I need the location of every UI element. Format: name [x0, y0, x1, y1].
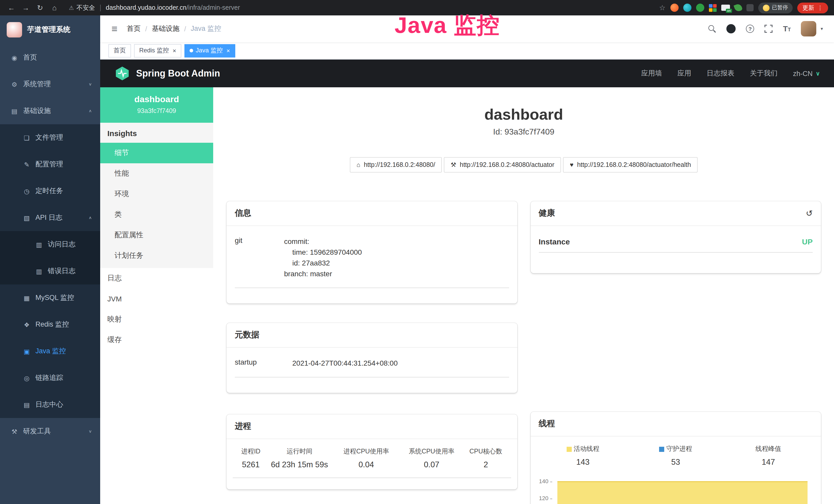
tab-redis-monitor[interactable]: Redis 监控 × [134, 44, 181, 57]
extension-leaf-icon[interactable] [733, 3, 743, 12]
sba-menu-scheduled-tasks[interactable]: 计划任务 [100, 246, 213, 266]
sidebar-item-home[interactable]: ◉ 首页 [0, 44, 100, 71]
sba-menu-caches[interactable]: 缓存 [100, 330, 213, 350]
address-bar[interactable]: ⚠ 不安全 dashboard.yudao.iocoder.cn/infra/a… [69, 3, 240, 12]
sba-menu-details[interactable]: 细节 [100, 143, 213, 163]
app-logo-row[interactable]: 芋道管理系统 [0, 16, 100, 44]
reload-icon[interactable]: ↻ [35, 4, 45, 12]
sidebar-item-label: 研发工具 [23, 427, 51, 436]
sba-nav-applications[interactable]: 应用 [677, 69, 691, 78]
value-line: branch: master [284, 269, 362, 279]
profile-paused-badge[interactable]: 已暂停 [758, 2, 793, 13]
history-icon[interactable]: ↺ [806, 208, 813, 218]
sidebar-item-access-logs[interactable]: ▥ 访问日志 [0, 231, 100, 258]
instance-name: dashboard [105, 94, 208, 105]
sidebar-item-java-monitor[interactable]: ▣ Java 监控 [0, 338, 100, 365]
info-card: 信息 git commit: time: 1596289704000 id: 2 [226, 201, 517, 303]
legend-swatch-blue [659, 446, 664, 452]
threads-chart: 140 120 100 [536, 477, 815, 504]
locale-selector[interactable]: zh-CN ∨ [793, 70, 820, 77]
sba-menu-metrics[interactable]: 性能 [100, 163, 213, 184]
cell-value: 5261 [233, 458, 269, 469]
extension-grid-icon[interactable] [709, 4, 716, 12]
locale-label: zh-CN [793, 70, 813, 77]
extension-fox-icon[interactable] [670, 4, 678, 12]
home-icon[interactable]: ⌂ [49, 4, 60, 12]
update-button[interactable]: 更新 ⋮ [797, 2, 828, 13]
sba-nav-wallboard[interactable]: 应用墙 [641, 69, 662, 78]
sidebar-item-label: 链路追踪 [36, 373, 63, 383]
security-label: 不安全 [76, 3, 95, 12]
breadcrumb-infrastructure[interactable]: 基础设施 [152, 24, 179, 33]
tab-java-monitor[interactable]: Java 监控 × [184, 44, 235, 57]
instance-homepage-link[interactable]: ⌂ http://192.168.0.2:48080/ [350, 157, 442, 173]
sba-menu-logging[interactable]: 日志 [100, 268, 213, 289]
sidebar-item-infrastructure[interactable]: ▤ 基础设施 ∧ [0, 97, 100, 124]
github-icon[interactable] [726, 24, 736, 33]
breadcrumb-home[interactable]: 首页 [127, 24, 140, 33]
cell-value: 6d 23h 15m 59s [269, 458, 330, 469]
sba-menu-classes[interactable]: 类 [100, 204, 213, 225]
profile-avatar-icon [763, 4, 769, 11]
sba-nav-journal[interactable]: 日志报表 [707, 69, 734, 78]
info-card-header: 信息 [226, 201, 517, 226]
sidebar-item-api-logs[interactable]: ▧ API 日志 ∧ [0, 204, 100, 231]
sba-menu-environment[interactable]: 环境 [100, 184, 213, 204]
sidebar-item-file-management[interactable]: ❏ 文件管理 [0, 124, 100, 151]
sba-brand-title[interactable]: Spring Boot Admin [136, 68, 220, 79]
sba-menu-configprops[interactable]: 配置属性 [100, 225, 213, 246]
url-text[interactable]: dashboard.yudao.iocoder.cn/infra/admin-s… [106, 4, 240, 11]
card-title: 线程 [539, 418, 555, 429]
search-icon[interactable] [708, 25, 716, 32]
table-row[interactable]: Instance UP [539, 237, 813, 253]
chevron-down-icon: ∨ [89, 82, 92, 87]
browser-menu-icon[interactable]: ⋮ [817, 4, 823, 11]
sidebar-item-label: MySQL 监控 [36, 293, 74, 302]
grid-square [713, 8, 716, 12]
bookmark-star-icon[interactable]: ☆ [659, 4, 665, 12]
health-link[interactable]: ♥ http://192.168.0.2:48080/actuator/heal… [563, 157, 698, 173]
user-avatar[interactable] [801, 21, 816, 37]
cell-value: 2 [461, 458, 511, 469]
sba-nav-about[interactable]: 关于我们 [750, 69, 777, 78]
sidebar-item-scheduled-jobs[interactable]: ◷ 定时任务 [0, 178, 100, 204]
forward-icon[interactable]: → [21, 4, 31, 12]
tab-home[interactable]: 首页 [108, 44, 131, 57]
legend-label: 活动线程 [574, 445, 599, 453]
grid-square [709, 4, 712, 7]
font-size-icon[interactable]: TT [783, 24, 791, 33]
close-icon[interactable]: × [173, 47, 176, 54]
page-title: dashboard [226, 106, 821, 123]
instance-header[interactable]: dashboard 93a3fc7f7409 [100, 87, 213, 123]
sidebar-item-dev-tools[interactable]: ⚒ 研发工具 ∨ [0, 418, 100, 445]
extension-pin-icon[interactable] [746, 4, 753, 11]
link-url: http://192.168.0.2:48080/actuator [460, 161, 554, 168]
redis-icon: ❖ [23, 321, 31, 328]
collapse-sidebar-icon[interactable]: ≡ [111, 23, 117, 35]
sidebar-item-system-management[interactable]: ⚙ 系统管理 ∨ [0, 71, 100, 97]
back-icon[interactable]: ← [6, 4, 17, 12]
actuator-link[interactable]: ⚒ http://192.168.0.2:48080/actuator [444, 157, 561, 173]
sidebar-item-config-management[interactable]: ✎ 配置管理 [0, 151, 100, 178]
extension-green-icon[interactable] [696, 4, 704, 12]
fullscreen-icon[interactable] [764, 25, 773, 33]
sba-header: Spring Boot Admin 应用墙 应用 日志报表 关于我们 zh-CN… [100, 60, 834, 87]
sidebar-item-redis-monitor[interactable]: ❖ Redis 监控 [0, 311, 100, 338]
avatar-caret-icon[interactable]: ▾ [821, 26, 823, 31]
sidebar-item-error-logs[interactable]: ▥ 错误日志 [0, 258, 100, 284]
admin-sidebar: 芋道管理系统 ◉ 首页 ⚙ 系统管理 ∨ ▤ 基础设施 ∧ ❏ 文件管理 ✎ [0, 16, 100, 504]
sba-menu-jvm[interactable]: JVM [100, 289, 213, 309]
sba-menu-mappings[interactable]: 映射 [100, 309, 213, 330]
column-header: 进程ID [233, 442, 269, 458]
sidebar-item-log-center[interactable]: ▤ 日志中心 [0, 391, 100, 418]
extension-drop-icon[interactable] [683, 4, 691, 12]
update-label: 更新 [803, 4, 814, 12]
close-icon[interactable]: × [226, 47, 230, 54]
sidebar-item-label: 首页 [23, 53, 37, 62]
log-center-icon: ▤ [23, 401, 31, 409]
help-icon[interactable]: ? [746, 25, 754, 33]
extension-mail-icon[interactable]: on [721, 5, 730, 11]
sidebar-item-trace[interactable]: ◎ 链路追踪 [0, 365, 100, 391]
value-line: time: 1596289704000 [292, 247, 362, 258]
sidebar-item-mysql-monitor[interactable]: ▦ MySQL 监控 [0, 284, 100, 311]
